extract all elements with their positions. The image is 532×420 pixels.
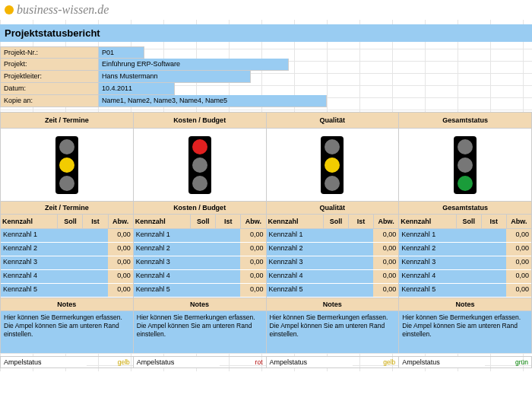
kpi-ist[interactable] [481,284,506,297]
kpi-ist[interactable] [215,284,240,297]
kpi-soll[interactable] [455,284,480,297]
ampelstatus-value[interactable]: gelb [353,357,399,368]
ampelstatus-value[interactable]: rot [220,357,266,368]
kpi-ist[interactable] [82,256,107,269]
traffic-light-icon [55,136,78,194]
kpi-ist[interactable] [481,243,506,256]
kpi-abw: 0,00 [108,243,133,256]
kpi-soll[interactable] [323,256,348,269]
meta-label: Projektleiter: [0,71,99,83]
kpi-abw: 0,00 [108,229,133,242]
meta-value[interactable]: P01 [99,46,144,59]
kpi-ist[interactable] [481,229,506,242]
lamp-red [325,139,340,154]
notes-body[interactable]: Hier können Sie Bermerkungen erfassen. D… [267,311,399,353]
category-grid: Zeit / TermineZeit / TermineKennzahlSoll… [0,112,532,353]
kpi-ist[interactable] [348,243,373,256]
ampelstatus-cell: Ampelstatusrot [134,357,267,368]
kpi-soll[interactable] [190,243,215,256]
kpi-ist[interactable] [481,256,506,269]
kpi-soll[interactable] [455,270,480,283]
col-soll: Soll [324,215,349,228]
meta-row: Datum:10.4.2011 [0,83,532,95]
kpi-soll[interactable] [323,270,348,283]
meta-label: Projekt-Nr.: [0,46,99,59]
kpi-soll[interactable] [190,256,215,269]
meta-value[interactable]: Einführung ERP-Software [99,59,289,71]
kpi-soll[interactable] [57,256,82,269]
page-title: Projektstatusbericht [0,24,532,42]
kpi-ist[interactable] [82,229,107,242]
kpi-soll[interactable] [190,284,215,297]
notes-body[interactable]: Hier können Sie Bermerkungen erfassen. D… [1,311,133,353]
brand-logo-icon [5,5,14,14]
kpi-name: Kennzahl 4 [134,270,190,283]
kpi-name: Kennzahl 5 [399,284,455,297]
kpi-soll[interactable] [323,243,348,256]
traffic-light-area [267,129,399,201]
notes-body[interactable]: Hier können Sie Bermerkungen erfassen. D… [134,311,266,353]
kpi-soll[interactable] [455,256,480,269]
kpi-soll[interactable] [57,229,82,242]
kpi-soll[interactable] [57,284,82,297]
kpi-soll[interactable] [323,284,348,297]
kpi-row: Kennzahl 10,00 [134,229,266,243]
kpi-soll[interactable] [455,229,480,242]
kpi-row: Kennzahl 50,00 [399,284,531,298]
kpi-abw: 0,00 [240,243,265,256]
col-soll: Soll [58,215,83,228]
kpi-soll[interactable] [455,243,480,256]
kpi-abw: 0,00 [108,270,133,283]
lamp-green [192,176,207,191]
kpi-name: Kennzahl 5 [267,284,323,297]
ampelstatus-label: Ampelstatus [399,357,485,368]
meta-value[interactable]: Hans Mustermann [99,71,251,83]
notes-body[interactable]: Hier können Sie Bermerkungen erfassen. D… [399,311,531,353]
notes-header: Notes [267,298,399,311]
col-abw: Abw. [374,215,398,228]
col-kennzahl: Kennzahl [399,215,456,228]
kpi-ist[interactable] [481,270,506,283]
traffic-light-area [399,129,531,201]
category-column: QualitätQualitätKennzahlSollIstAbw.Kennz… [267,112,400,353]
kpi-name: Kennzahl 4 [267,270,323,283]
col-abw: Abw. [109,215,133,228]
kpi-soll[interactable] [323,229,348,242]
kpi-ist[interactable] [215,229,240,242]
category-column: Kosten / BudgetKosten / BudgetKennzahlSo… [134,112,267,353]
kpi-soll[interactable] [57,270,82,283]
kpi-name: Kennzahl 3 [1,256,57,269]
traffic-light-icon [321,136,344,194]
ampelstatus-cell: Ampelstatusgrün [399,357,532,368]
kpi-abw: 0,00 [373,229,398,242]
kpi-ist[interactable] [348,270,373,283]
kpi-ist[interactable] [82,243,107,256]
kpi-rows: Kennzahl 10,00Kennzahl 20,00Kennzahl 30,… [134,229,266,298]
kpi-row: Kennzahl 20,00 [134,243,266,256]
meta-value[interactable]: Name1, Name2, Name3, Name4, Name5 [99,95,327,107]
kpi-ist[interactable] [82,284,107,297]
kpi-ist[interactable] [348,284,373,297]
kpi-ist[interactable] [348,256,373,269]
kpi-soll[interactable] [190,270,215,283]
col-ist: Ist [83,215,108,228]
kpi-row: Kennzahl 50,00 [1,284,133,298]
traffic-light-area [1,129,133,201]
lamp-red [458,139,473,154]
kpi-soll[interactable] [190,229,215,242]
kpi-ist[interactable] [215,243,240,256]
ampelstatus-value[interactable]: grün [485,357,531,368]
kpi-row: Kennzahl 20,00 [1,243,133,256]
kpi-ist[interactable] [82,270,107,283]
kpi-name: Kennzahl 2 [267,243,323,256]
meta-label: Datum: [0,83,99,95]
ampelstatus-value[interactable]: gelb [87,357,133,368]
kpi-name: Kennzahl 1 [267,229,323,242]
kpi-soll[interactable] [57,243,82,256]
kpi-ist[interactable] [215,256,240,269]
meta-row: Projekt-Nr.:P01 [0,46,532,59]
kpi-ist[interactable] [348,229,373,242]
meta-value[interactable]: 10.4.2011 [99,83,175,95]
kpi-ist[interactable] [215,270,240,283]
kpi-name: Kennzahl 1 [134,229,190,242]
